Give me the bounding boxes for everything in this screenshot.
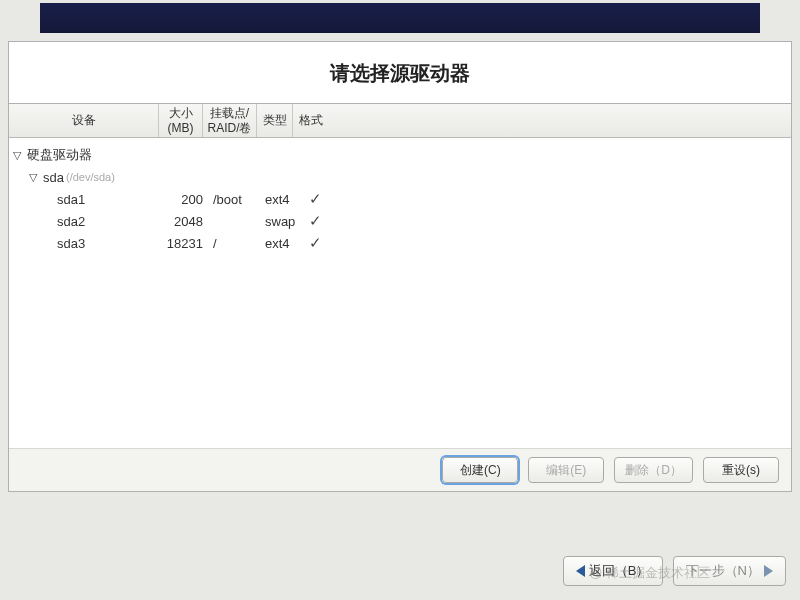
check-icon: ✓ (309, 190, 322, 207)
table-row[interactable]: sda2 2048 swap ✓ (13, 210, 787, 232)
check-icon: ✓ (309, 234, 322, 251)
col-format[interactable]: 格式 (293, 104, 329, 137)
partition-name: sda2 (13, 214, 163, 229)
expand-toggle-icon[interactable]: ▽ (13, 149, 25, 162)
partition-size: 18231 (163, 236, 207, 251)
partition-name: sda3 (13, 236, 163, 251)
partition-name: sda1 (13, 192, 163, 207)
back-label: 返回（B） (589, 562, 650, 580)
col-size[interactable]: 大小 (MB) (159, 104, 203, 137)
arrow-left-icon (576, 565, 585, 577)
title-area: 请选择源驱动器 (9, 42, 791, 104)
arrow-right-icon (764, 565, 773, 577)
page-title: 请选择源驱动器 (9, 60, 791, 87)
tree-root[interactable]: ▽ 硬盘驱动器 (13, 144, 787, 166)
edit-button: 编辑(E) (528, 457, 604, 483)
action-buttons: 创建(C) 编辑(E) 删除（D） 重设(s) (9, 448, 791, 491)
next-label: 下一步（N） (686, 562, 760, 580)
root-label: 硬盘驱动器 (27, 146, 92, 164)
partition-table: 设备 大小 (MB) 挂载点/ RAID/卷 类型 格式 ▽ 硬盘驱动器 ▽ s… (9, 104, 791, 491)
main-panel: 请选择源驱动器 设备 大小 (MB) 挂载点/ RAID/卷 类型 格式 ▽ 硬… (8, 41, 792, 492)
col-type[interactable]: 类型 (257, 104, 293, 137)
tree-disk[interactable]: ▽ sda (/dev/sda) (13, 166, 787, 188)
top-banner (40, 3, 760, 33)
disk-path: (/dev/sda) (66, 171, 115, 183)
table-header: 设备 大小 (MB) 挂载点/ RAID/卷 类型 格式 (9, 104, 791, 138)
partition-size: 200 (163, 192, 207, 207)
partition-mount: / (207, 236, 261, 251)
partition-type: ext4 (261, 236, 297, 251)
next-button[interactable]: 下一步（N） (673, 556, 786, 586)
partition-type: ext4 (261, 192, 297, 207)
table-row[interactable]: sda1 200 /boot ext4 ✓ (13, 188, 787, 210)
tree-body[interactable]: ▽ 硬盘驱动器 ▽ sda (/dev/sda) sda1 200 /boot … (9, 138, 791, 448)
nav-buttons: 返回（B） 下一步（N） (563, 556, 786, 586)
reset-button[interactable]: 重设(s) (703, 457, 779, 483)
disk-name: sda (43, 170, 64, 185)
check-icon: ✓ (309, 212, 322, 229)
partition-mount: /boot (207, 192, 261, 207)
expand-toggle-icon[interactable]: ▽ (29, 171, 41, 184)
create-button[interactable]: 创建(C) (442, 457, 518, 483)
table-row[interactable]: sda3 18231 / ext4 ✓ (13, 232, 787, 254)
delete-button: 删除（D） (614, 457, 693, 483)
partition-size: 2048 (163, 214, 207, 229)
partition-type: swap (261, 214, 297, 229)
col-mount[interactable]: 挂载点/ RAID/卷 (203, 104, 257, 137)
col-device[interactable]: 设备 (9, 104, 159, 137)
back-button[interactable]: 返回（B） (563, 556, 663, 586)
